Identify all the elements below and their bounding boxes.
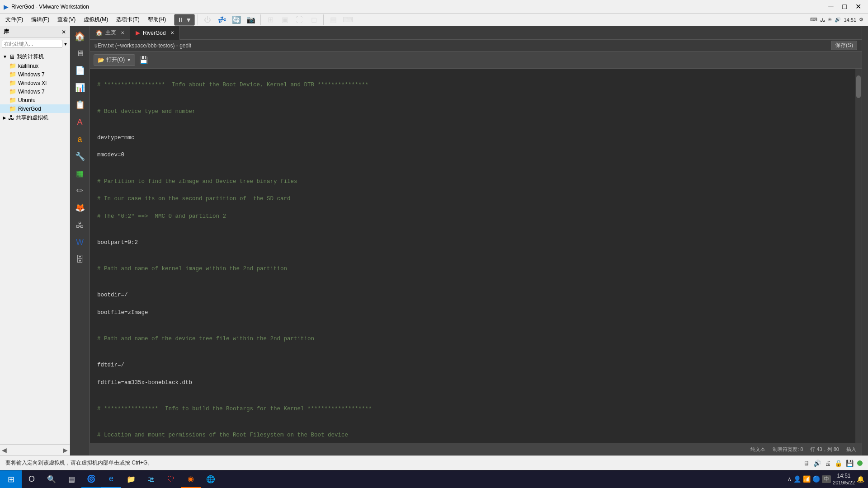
taskbar-chrome-btn[interactable]: 🌐 [201,470,221,488]
sidebar-tree: ▼ 🖥 我的计算机 📁 kaililinux 📁 Windows 7 📁 Win… [0,50,70,444]
sidebar-header-bar: 库 ✕ [0,26,70,38]
vm-tab-close-icon[interactable]: ✕ [170,30,174,35]
menu-help[interactable]: 帮助(H) [144,15,170,24]
code-line: fdtdir=/ [97,361,848,370]
code-line: devtype=mmc [97,134,848,142]
pause-button[interactable]: ⏸ ▼ [174,14,195,26]
sidebar-item-windows7b[interactable]: 📁 Windows 7 [0,87,70,96]
taskbar-antivirus-btn[interactable]: 🛡 [161,470,181,488]
gedit-save-label[interactable]: 保存(S) [831,41,857,50]
vm-icon: 📁 [9,97,16,103]
sidebar-item-kaililinux[interactable]: 📁 kaililinux [0,61,70,70]
taskbar-ie-btn[interactable]: e [101,470,121,488]
sidebar-item-label: Windows 7 [18,89,45,95]
db-icon-btn[interactable]: 🗄 [72,251,88,267]
send-keys-icon[interactable]: ⌨ [341,13,354,27]
sidebar-item-ubuntu[interactable]: 📁 Ubuntu [0,96,70,104]
expand-icon: ▼ [3,54,7,59]
console-icon[interactable]: ▤ [326,13,340,27]
vm-icon: 📁 [9,62,16,69]
sidebar-item-label: RiverGod [18,106,41,112]
terminal-green-icon-btn[interactable]: ▦ [72,165,88,182]
home-tab-close-icon[interactable]: ✕ [121,30,124,35]
window-title: RiverGod - VMware Workstation [11,4,89,10]
taskbar-vmware-btn[interactable]: ◉ [181,470,201,488]
nav-back-button[interactable]: ◀ [2,446,7,454]
wrench-icon-btn[interactable]: 🔧 [72,148,88,164]
save-icon-button[interactable]: 💾 [138,54,150,66]
power-icon[interactable]: ⏻ [201,13,214,27]
tab-home[interactable]: 🏠 主页 ✕ [90,26,130,40]
word-icon-btn[interactable]: W [72,234,88,250]
unity-view-icon[interactable]: ◻ [307,13,321,27]
open-dropdown-icon: ▼ [127,57,131,62]
normal-view-icon[interactable]: ⊞ [264,13,277,27]
taskbar-files-btn[interactable]: 📁 [121,470,141,488]
app-logo-icon: ▶ [4,3,9,10]
menu-file[interactable]: 文件(F) [2,15,27,24]
menu-vm[interactable]: 虚拟机(M) [80,15,112,24]
taskbar-logo-btn[interactable]: 🌀 [81,470,101,488]
sidebar-item-mycomputer[interactable]: ▼ 🖥 我的计算机 [0,52,70,61]
keyboard-icon: ⌨ [810,17,817,23]
doc-icon-btn[interactable]: 📄 [72,62,88,79]
code-line: # In our case its on the second partitio… [97,195,848,203]
open-icon: 📂 [98,57,104,63]
gedit-file-path: uEnv.txt (~workspace/bbb-testos) - gedit [94,42,191,49]
gedit-statusbar: 纯文本 制表符宽度: 8 行 43，列 80 插入 [90,443,862,455]
sidebar-item-label: kaililinux [18,63,38,69]
titlebar-left: ▶ RiverGod - VMware Workstation [4,3,89,10]
scroll-thumb[interactable] [856,75,861,98]
terminal-icon-btn[interactable]: 🖧 [72,217,88,233]
full-view-icon[interactable]: ⛶ [292,13,306,27]
taskbar-store-btn[interactable]: 🛍 [141,470,161,488]
present-icon-btn[interactable]: 📋 [72,97,88,113]
tray-expand-icon[interactable]: ∧ [788,476,792,482]
nav-forward-button[interactable]: ▶ [63,446,68,454]
open-label: 打开(O) [106,56,125,64]
sidebar-item-windows7a[interactable]: 📁 Windows 7 [0,70,70,79]
sidebar-item-rivergod[interactable]: 📁 RiverGod [0,104,70,113]
maximize-button[interactable]: □ [838,2,851,12]
sidebar-item-label: Windows 7 [18,71,45,78]
snapshot-icon[interactable]: 📷 [244,13,258,27]
taskbar-search-icon[interactable]: 🔍 [42,470,61,488]
close-button[interactable]: ✕ [852,2,864,12]
settings-icon[interactable]: ⚙ [859,17,863,23]
taskbar-cortana-icon[interactable]: O [22,470,42,488]
menu-tabs[interactable]: 选项卡(T) [113,15,143,24]
open-button[interactable]: 📂 打开(O) ▼ [94,54,135,66]
vm-status-icon1: 🖥 [803,460,810,467]
start-button[interactable]: ⊞ [0,470,22,488]
menu-edit[interactable]: 编辑(E) [28,15,53,24]
tray-ime-icon: 中 [822,475,831,483]
code-line: # The "0:2" ==> MMC 0 and partition 2 [97,212,848,221]
notification-icon[interactable]: 🔔 [857,475,864,483]
amazon-icon-btn[interactable]: a [72,131,88,147]
pencil-icon-btn[interactable]: ✏ [72,183,88,199]
firefox-icon-btn[interactable]: 🦊 [72,200,88,216]
home-tab-label: 主页 [105,29,116,37]
sidebar-item-windowsxi[interactable]: 📁 Windows XI [0,79,70,87]
titlebar-controls: ─ □ ✕ [825,2,864,12]
sidebar-close-button[interactable]: ✕ [61,29,66,35]
restart-icon[interactable]: 🔄 [230,13,243,27]
tab-width: 制表符宽度: 8 [773,446,803,453]
tray-network-icon: 📶 [803,475,811,483]
minimize-button[interactable]: ─ [825,2,837,12]
search-dropdown-icon[interactable]: ▼ [63,42,68,47]
clock-display: 14:51 [844,17,856,23]
home-icon-btn[interactable]: 🏠 [72,28,88,44]
suspend-icon[interactable]: 💤 [215,13,229,27]
single-view-icon[interactable]: ▣ [278,13,292,27]
code-line: bootpart=0:2 [97,239,848,247]
text-red-icon-btn[interactable]: A [72,114,88,130]
menu-view[interactable]: 查看(V) [54,15,79,24]
sidebar-item-shared[interactable]: ▶ 🖧 共享的虚拟机 [0,113,70,122]
sidebar-search-input[interactable] [2,40,62,48]
code-editor[interactable]: # ****************** Info about the Boot… [90,69,855,443]
table-icon-btn[interactable]: 📊 [72,80,88,96]
taskbar-task-view-icon[interactable]: ▤ [61,470,81,488]
tab-rivergod[interactable]: ▶ RiverGod ✕ [130,26,180,40]
server-icon-btn[interactable]: 🖥 [72,45,88,61]
